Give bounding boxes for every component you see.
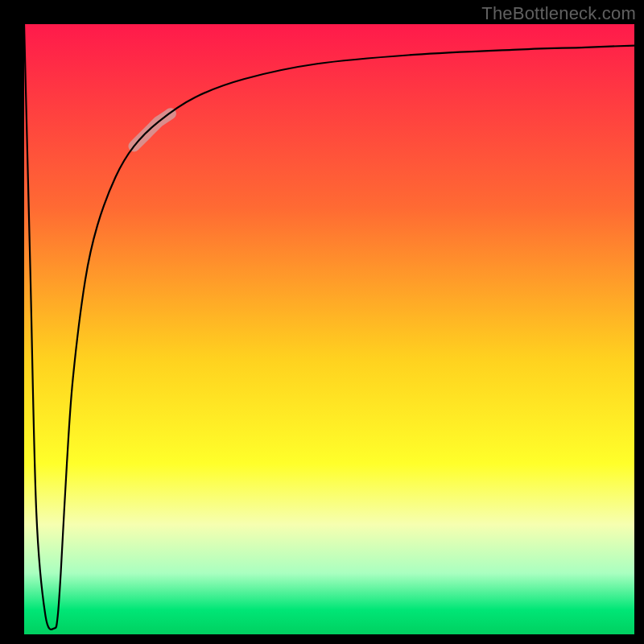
watermark-text: TheBottleneck.com (481, 3, 636, 24)
chart-svg (24, 24, 634, 634)
plot-area (24, 24, 634, 634)
chart-frame: TheBottleneck.com (0, 0, 644, 644)
gradient-background (24, 24, 634, 634)
